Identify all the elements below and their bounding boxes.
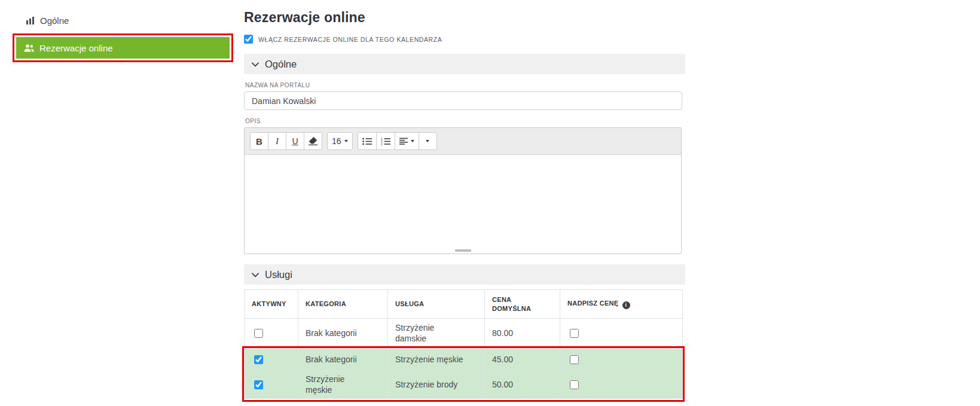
annotation-box-sidebar-item: Rezerwacje online: [13, 33, 233, 62]
caret-down-icon: [426, 140, 429, 142]
bullet-list-icon: [362, 138, 372, 145]
bar-chart-icon: [26, 17, 35, 25]
row-service-cell: Strzyżenie brody: [388, 371, 485, 399]
page-title: Rezerwacje online: [244, 10, 685, 26]
row-price-cell: 50.00: [485, 371, 560, 399]
editor-statusbar: [245, 248, 681, 254]
column-header-service: USŁUGA: [388, 290, 485, 319]
eraser-icon: [309, 137, 317, 145]
services-table: AKTYWNY KATEGORIA USŁUGA CENA DOMYŚLNA N…: [244, 289, 683, 399]
editor-resize-handle[interactable]: [455, 249, 471, 252]
row-category-cell: Strzyżenie męskie: [298, 371, 388, 399]
main-content: Rezerwacje online WŁĄCZ REZERWACJE ONLIN…: [244, 0, 685, 399]
row-override-cell: [560, 319, 683, 349]
bold-button[interactable]: B: [250, 132, 268, 150]
row-service-cell: Strzyżenie damskie: [388, 319, 485, 349]
paragraph-align-dropdown[interactable]: [395, 132, 419, 150]
bullet-list-button[interactable]: [358, 132, 377, 150]
rich-text-editor: B I U: [244, 127, 682, 254]
row-price-cell: 45.00: [485, 349, 560, 371]
underline-button[interactable]: U: [286, 132, 304, 150]
font-size-button-group: 16: [327, 132, 353, 150]
enable-online-reservations-row[interactable]: WŁĄCZ REZERWACJE ONLINE DLA TEGO KALENDA…: [244, 35, 442, 44]
section-title: Usługi: [265, 269, 292, 280]
row-override-cell: [560, 371, 683, 399]
row-active-cell: [245, 349, 298, 371]
column-header-override-price: NADPISZ CENĘi: [560, 290, 683, 319]
column-header-label: NADPISZ CENĘ: [567, 300, 619, 307]
section-title: Ogólne: [265, 59, 297, 70]
row-active-checkbox[interactable]: [254, 380, 263, 389]
more-options-dropdown[interactable]: [419, 132, 437, 150]
underline-icon: U: [292, 136, 298, 146]
row-override-checkbox[interactable]: [570, 329, 579, 338]
column-header-category: KATEGORIA: [298, 290, 388, 319]
people-icon: [24, 44, 34, 52]
font-size-dropdown[interactable]: 16: [327, 132, 353, 150]
caret-down-icon: [411, 140, 414, 142]
svg-text:3: 3: [381, 142, 383, 145]
table-row: Strzyżenie męskie Strzyżenie brody 50.00: [245, 371, 683, 399]
row-override-checkbox[interactable]: [570, 380, 579, 389]
row-override-cell: [560, 349, 683, 371]
row-service-cell: Strzyżenie męskie: [388, 349, 485, 371]
services-table-wrap: AKTYWNY KATEGORIA USŁUGA CENA DOMYŚLNA N…: [244, 289, 682, 399]
description-label: OPIS: [245, 118, 684, 124]
format-button-group: B I U: [250, 132, 322, 150]
sidebar-item-label: Ogólne: [40, 16, 69, 26]
caret-down-icon: [344, 140, 348, 142]
row-active-cell: [245, 371, 298, 399]
italic-icon: I: [276, 136, 279, 146]
row-category-cell: Brak kategorii: [298, 349, 388, 371]
font-size-value: 16: [332, 136, 341, 146]
section-header-general[interactable]: Ogólne: [244, 54, 685, 74]
row-active-cell: [245, 319, 298, 349]
chevron-down-icon: [252, 62, 259, 67]
row-active-checkbox[interactable]: [254, 329, 263, 338]
bold-icon: B: [256, 136, 262, 146]
sidebar-item-label: Rezerwacje online: [39, 43, 113, 53]
table-row: Brak kategorii Strzyżenie damskie 80.00: [245, 319, 683, 349]
enable-online-reservations-checkbox[interactable]: [244, 35, 253, 44]
editor-toolbar: B I U: [245, 128, 681, 155]
paragraph-button-group: 1 2 3: [358, 132, 437, 150]
info-icon[interactable]: i: [622, 301, 630, 309]
italic-button[interactable]: I: [268, 132, 286, 150]
portal-name-label: NAZWA NA PORTALU: [245, 82, 684, 88]
table-header-row: AKTYWNY KATEGORIA USŁUGA CENA DOMYŚLNA N…: [245, 290, 683, 319]
chevron-down-icon: [252, 273, 259, 277]
numbered-list-icon: 1 2 3: [381, 138, 390, 145]
description-editor-body[interactable]: [245, 155, 681, 248]
sidebar-item-general[interactable]: Ogólne: [26, 16, 239, 26]
column-header-default-price: CENA DOMYŚLNA: [485, 290, 560, 319]
align-left-icon: [399, 138, 408, 145]
section-header-services[interactable]: Usługi: [244, 264, 685, 285]
screen: Ogólne Rezerwacje online Rezerwacje onli…: [0, 0, 980, 406]
row-category-cell: Brak kategorii: [298, 319, 388, 349]
column-header-active: AKTYWNY: [245, 290, 298, 319]
row-override-checkbox[interactable]: [570, 355, 579, 364]
row-price-cell: 80.00: [485, 319, 560, 349]
clear-formatting-button[interactable]: [304, 132, 322, 150]
sidebar-item-online-reservations[interactable]: Rezerwacje online: [16, 37, 230, 59]
table-row: Brak kategorii Strzyżenie męskie 45.00: [245, 349, 683, 371]
portal-name-input[interactable]: [244, 91, 682, 110]
numbered-list-button[interactable]: 1 2 3: [376, 132, 395, 150]
enable-online-reservations-label: WŁĄCZ REZERWACJE ONLINE DLA TEGO KALENDA…: [258, 36, 442, 43]
row-active-checkbox[interactable]: [254, 355, 263, 364]
sidebar: Ogólne Rezerwacje online: [0, 0, 239, 62]
